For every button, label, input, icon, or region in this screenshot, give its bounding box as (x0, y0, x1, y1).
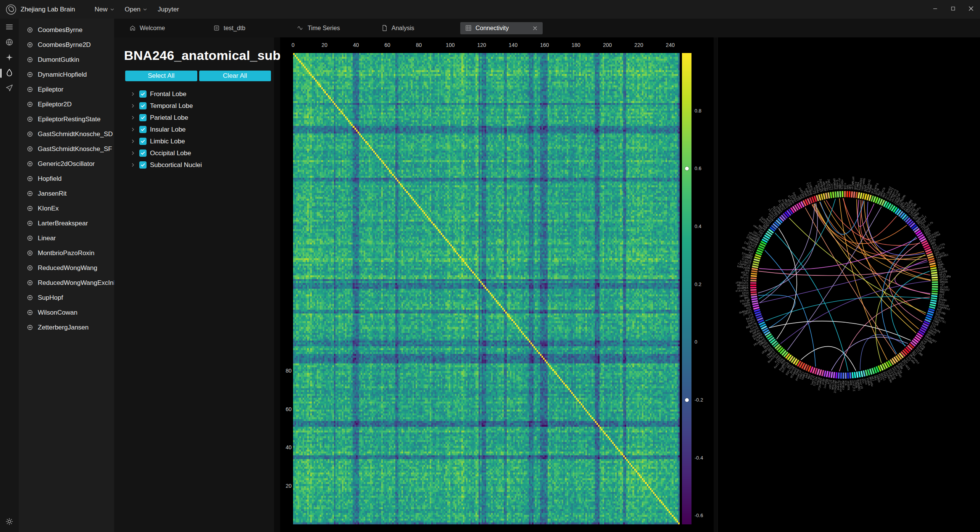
window-minimize-button[interactable] (926, 0, 944, 19)
sidebar-item-generic2doscillator[interactable]: Generic2dOscillator (19, 156, 114, 171)
model-icon (26, 56, 34, 63)
sidebar-item-gastschmidtknosche-sf[interactable]: GastSchmidtKnosche_SF (19, 141, 114, 156)
colorbar (682, 53, 691, 524)
sidebar-item-hopfield[interactable]: Hopfield (19, 171, 114, 186)
region-tree: Frontal LobeTemporal LobeParietal LobeIn… (124, 88, 269, 171)
sidebar-item-coombesbyrne[interactable]: CoombesByrne (19, 23, 114, 37)
rail-item-gear[interactable] (0, 514, 19, 530)
checkbox-insular-lobe[interactable] (139, 126, 147, 133)
colorbar-tick: 0.4 (695, 223, 713, 229)
wave-icon (297, 25, 304, 31)
model-name: Epileptor (38, 86, 63, 93)
chord-panel (717, 37, 980, 532)
checkbox-parietal-lobe[interactable] (139, 114, 147, 121)
model-name: GastSchmidtKnosche_SF (38, 145, 112, 153)
checkbox-frontal-lobe[interactable] (139, 90, 147, 98)
colorbar-handle[interactable] (685, 398, 689, 402)
model-icon (26, 26, 34, 34)
tree-item-limbic-lobe[interactable]: Limbic Lobe (130, 135, 269, 147)
sidebar-item-zetterbergjansen[interactable]: ZetterbergJansen (19, 320, 114, 335)
rail-item-send[interactable] (0, 81, 19, 96)
tab-connectivity[interactable]: Connectivity (460, 22, 543, 34)
select-all-button[interactable]: Select All (125, 71, 197, 81)
chevron-right-icon (130, 127, 136, 132)
tab-label: Welcome (140, 25, 165, 32)
connectivity-icon (465, 25, 472, 31)
send-icon (5, 84, 13, 93)
window-controls (926, 0, 980, 19)
colorbar-handle[interactable] (685, 167, 689, 170)
sidebar-item-epileptor2d[interactable]: Epileptor2D (19, 97, 114, 112)
model-list: CoombesByrneCoombesByrne2DDumontGutkinDy… (19, 23, 114, 335)
model-icon (26, 116, 34, 123)
menu-icon (5, 23, 13, 32)
sidebar-item-jansenrit[interactable]: JansenRit (19, 186, 114, 201)
model-name: LarterBreakspear (38, 220, 88, 227)
sidebar-item-larterbreakspear[interactable]: LarterBreakspear (19, 216, 114, 231)
sidebar-item-suphopf[interactable]: SupHopf (19, 290, 114, 305)
sidebar-item-gastschmidtknosche-sd[interactable]: GastSchmidtKnosche_SD (19, 127, 114, 141)
maximize-icon (950, 5, 956, 13)
clear-all-button[interactable]: Clear All (199, 71, 271, 81)
x-axis-tick: 180 (567, 42, 584, 48)
body-row: BNA246_anatomical_subareas Select All Cl… (114, 37, 980, 532)
sidebar-item-reducedwongwang[interactable]: ReducedWongWang (19, 260, 114, 275)
globe-icon (5, 38, 13, 48)
sidebar-item-wilsoncowan[interactable]: WilsonCowan (19, 305, 114, 320)
model-icon (26, 86, 34, 93)
checkbox-temporal-lobe[interactable] (139, 102, 147, 109)
activity-bar-top (0, 20, 19, 96)
model-name: DumontGutkin (38, 56, 79, 64)
close-icon (968, 5, 974, 13)
rail-item-globe[interactable] (0, 35, 19, 50)
sidebar-item-dumontgutkin[interactable]: DumontGutkin (19, 52, 114, 67)
rail-item-sparkle[interactable] (0, 50, 19, 66)
tree-item-insular-lobe[interactable]: Insular Lobe (130, 124, 269, 135)
sidebar-item-kionex[interactable]: KIonEx (19, 201, 114, 216)
sidebar-item-epileptor[interactable]: Epileptor (19, 82, 114, 97)
tab-time-series[interactable]: Time Series (292, 22, 375, 34)
menu-open[interactable]: Open (120, 0, 153, 19)
tree-item-parietal-lobe[interactable]: Parietal Lobe (130, 112, 269, 124)
tab-close-icon[interactable] (532, 26, 538, 31)
rail-item-menu[interactable] (0, 20, 19, 35)
tab-label: Analysis (392, 25, 414, 32)
checkbox-limbic-lobe[interactable] (139, 138, 147, 145)
checkbox-occipital-lobe[interactable] (139, 149, 147, 157)
y-axis-tick: 20 (280, 483, 292, 489)
rail-item-drop[interactable] (0, 66, 19, 81)
tab-analysis[interactable]: Analysis (376, 22, 459, 34)
chevron-down-icon (110, 7, 115, 12)
sidebar-item-epileptorrestingstate[interactable]: EpileptorRestingState (19, 112, 114, 127)
menu-new[interactable]: New (90, 0, 120, 19)
sidebar-item-linear[interactable]: Linear (19, 231, 114, 246)
tree-item-subcortical-nuclei[interactable]: Subcortical Nuclei (130, 159, 269, 171)
menu-jupyter[interactable]: Jupyter (153, 0, 184, 19)
tree-item-occipital-lobe[interactable]: Occipital Lobe (130, 147, 269, 159)
model-name: JansenRit (38, 190, 67, 198)
connectivity-heatmap[interactable] (293, 53, 680, 524)
model-name: Generic2dOscillator (38, 160, 95, 168)
tree-label: Limbic Lobe (150, 138, 185, 145)
sidebar-item-reducedwongwangexcinh[interactable]: ReducedWongWangExcInh (19, 275, 114, 290)
x-axis-tick: 140 (505, 42, 522, 48)
home-icon (129, 25, 136, 31)
sidebar-item-montbriopazoroxin[interactable]: MontbrioPazoRoxin (19, 246, 114, 260)
tree-item-frontal-lobe[interactable]: Frontal Lobe (130, 88, 269, 100)
checkbox-subcortical-nuclei[interactable] (139, 161, 147, 169)
model-icon (26, 324, 34, 331)
connectome-chord-diagram[interactable] (718, 37, 980, 532)
chevron-right-icon (130, 91, 136, 97)
menu-label: Jupyter (158, 6, 179, 13)
sidebar-item-coombesbyrne2d[interactable]: CoombesByrne2D (19, 37, 114, 52)
x-axis-tick: 80 (410, 42, 427, 48)
window-close-button[interactable] (962, 0, 980, 19)
tree-item-temporal-lobe[interactable]: Temporal Lobe (130, 100, 269, 112)
tab-test-dtb[interactable]: test_dtb (208, 22, 291, 34)
app-window: Zhejiang Lab Brain NewOpenJupyter Coombe… (0, 0, 980, 532)
window-maximize-button[interactable] (944, 0, 962, 19)
model-name: CoombesByrne (38, 26, 82, 34)
x-axis-tick: 60 (379, 42, 396, 48)
tab-welcome[interactable]: Welcome (124, 22, 207, 34)
sidebar-item-dynamichopfield[interactable]: DynamicHopfield (19, 67, 114, 82)
